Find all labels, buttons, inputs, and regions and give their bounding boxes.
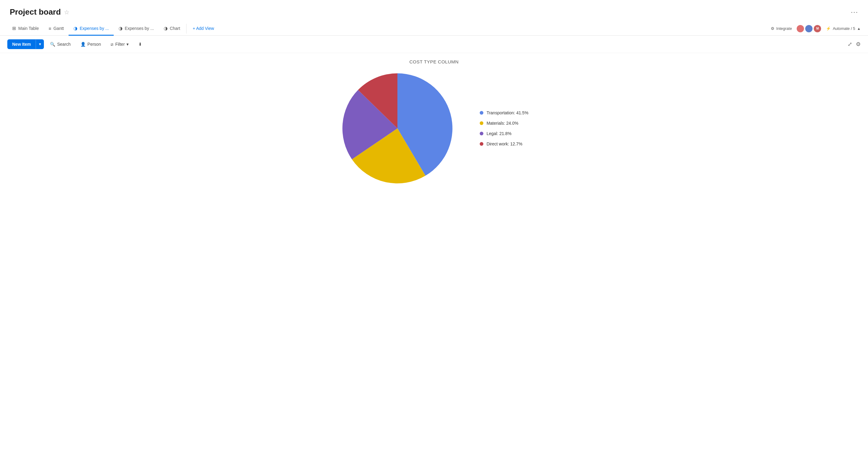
legend-materials: Materials: 24.0% <box>480 121 528 126</box>
filter-icon: ⧄ <box>111 42 113 47</box>
page-header: Project board ☆ ··· <box>0 0 868 22</box>
tab-expenses-1[interactable]: ◑ Expenses by ... <box>69 22 114 36</box>
automate-button[interactable]: ⚡ Automate / 5 ▲ <box>826 26 861 31</box>
new-item-label: New Item <box>7 39 36 49</box>
legend-dot-legal <box>480 132 484 136</box>
legend-dot-direct-work <box>480 142 484 146</box>
favorite-icon[interactable]: ☆ <box>64 8 69 16</box>
tab-divider <box>186 24 187 33</box>
new-item-dropdown-icon[interactable]: ▾ <box>36 40 44 49</box>
tabs-bar: ⊞ Main Table ≡ Gantt ◑ Expenses by ... ◑… <box>0 22 868 36</box>
toolbar-right: ⤢ ⚙ <box>847 41 861 48</box>
integrate-icon: ⚙ <box>771 26 774 31</box>
expenses2-icon: ◑ <box>119 26 123 31</box>
chart-icon: ◑ <box>164 26 167 31</box>
tabs-right-actions: ⚙ Integrate M ⚡ Automate / 5 ▲ <box>771 25 861 32</box>
avatar-group: M <box>797 25 821 32</box>
legend-transportation: Transportation: 41.5% <box>480 110 528 115</box>
main-content: COST TYPE COLUMN <box>0 53 868 192</box>
new-item-button[interactable]: New Item ▾ <box>7 39 44 49</box>
expand-icon[interactable]: ⤢ <box>847 41 852 48</box>
tab-expenses-2[interactable]: ◑ Expenses by ... <box>114 22 159 36</box>
tab-add-view[interactable]: + Add View <box>188 22 219 35</box>
avatar-1 <box>797 25 804 32</box>
pie-chart <box>340 70 455 186</box>
expenses1-icon: ◑ <box>73 26 78 31</box>
pie-svg <box>340 70 455 186</box>
filter-button[interactable]: ⧄ Filter ▾ <box>107 40 132 49</box>
avatar-2 <box>805 25 812 32</box>
chevron-up-icon: ▲ <box>857 27 861 31</box>
table-icon: ⊞ <box>12 26 16 31</box>
page-title: Project board <box>10 7 61 17</box>
legend-dot-transportation <box>480 111 484 115</box>
chart-legend: Transportation: 41.5% Materials: 24.0% L… <box>480 110 528 146</box>
filter-chevron-icon: ▾ <box>126 42 129 47</box>
legend-legal: Legal: 21.8% <box>480 131 528 136</box>
more-options-icon[interactable]: ··· <box>851 8 858 16</box>
download-icon: ⬇ <box>138 42 142 47</box>
tab-chart[interactable]: ◑ Chart <box>159 22 185 36</box>
automate-icon: ⚡ <box>826 26 831 31</box>
person-button[interactable]: 👤 Person <box>77 40 104 49</box>
integrate-button[interactable]: ⚙ Integrate <box>771 26 792 31</box>
download-button[interactable]: ⬇ <box>135 40 146 49</box>
tab-gantt[interactable]: ≡ Gantt <box>43 22 69 36</box>
settings-icon[interactable]: ⚙ <box>856 41 861 48</box>
search-button[interactable]: 🔍 Search <box>46 40 74 49</box>
chart-title: COST TYPE COLUMN <box>409 59 459 64</box>
legend-dot-materials <box>480 121 484 125</box>
chart-area: Transportation: 41.5% Materials: 24.0% L… <box>282 70 586 186</box>
tab-main-table[interactable]: ⊞ Main Table <box>7 22 43 36</box>
avatar-3: M <box>814 25 821 32</box>
toolbar: New Item ▾ 🔍 Search 👤 Person ⧄ Filter ▾ … <box>0 36 868 53</box>
legend-direct-work: Direct work: 12.7% <box>480 142 528 146</box>
search-icon: 🔍 <box>50 42 55 47</box>
gantt-icon: ≡ <box>49 26 51 31</box>
header-left: Project board ☆ <box>10 7 69 17</box>
person-icon: 👤 <box>81 42 86 47</box>
